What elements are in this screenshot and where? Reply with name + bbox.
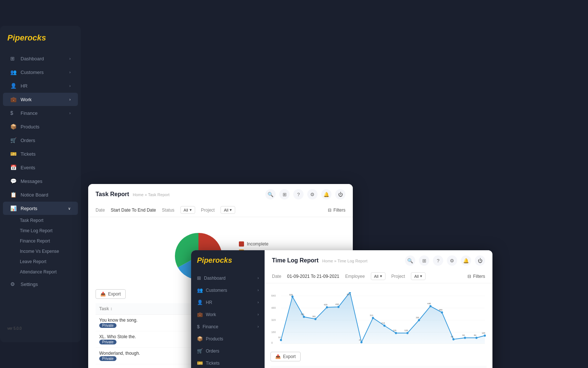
sidebar-item-orders[interactable]: 🛒 Orders: [3, 134, 78, 147]
tl-export-icon: 📤: [275, 354, 281, 359]
tl-nav-finance[interactable]: $ Finance ›: [191, 321, 265, 333]
svg-text:438: 438: [335, 303, 338, 305]
subnav-leave-report[interactable]: Leave Report: [17, 256, 81, 267]
events-icon: 📅: [10, 164, 17, 170]
chevron-right-icon: ›: [69, 57, 71, 61]
date-filter-value: Start Date To End Date: [111, 208, 156, 213]
tl-chevron-right-icon: ›: [258, 312, 259, 316]
settings-icon: ⚙: [10, 281, 17, 287]
sidebar-item-work[interactable]: 💼 Work ›: [3, 93, 78, 106]
tl-work-icon: 💼: [197, 312, 203, 317]
tl-col-earnings: Earnings ↕: [460, 366, 487, 368]
sidebar-logo: Piperocks: [0, 33, 81, 52]
sidebar-item-label: Dashboard: [21, 56, 69, 61]
svg-text:301: 301: [312, 315, 316, 318]
help-icon[interactable]: ?: [293, 189, 304, 199]
sidebar-item-hr[interactable]: 👤 HR ›: [3, 79, 78, 92]
tl-nav-hr[interactable]: 👤 HR ›: [191, 296, 265, 308]
task-report-filter-row: Date Start Date To End Date Status All ▾…: [96, 203, 345, 217]
sidebar-item-customers[interactable]: 👥 Customers ›: [3, 66, 78, 79]
subnav-income-vs-expense[interactable]: Income Vs Expense: [17, 246, 81, 256]
tl-nav-customers[interactable]: 👥 Customers ›: [191, 284, 265, 296]
sidebar-item-noticeboard[interactable]: 📋 Notice Board: [3, 188, 78, 201]
tl-tickets-icon: 🎫: [197, 360, 203, 366]
tl-grid-icon[interactable]: ⊞: [419, 255, 429, 266]
tl-hr-icon: 👤: [197, 300, 203, 305]
tl-chevron-right-icon: ›: [258, 300, 259, 304]
dashboard-icon: ⊞: [10, 56, 17, 61]
svg-point-29: [484, 335, 486, 337]
gear-icon[interactable]: ⚙: [307, 189, 318, 199]
timelog-logo: Piperocks: [191, 256, 265, 272]
svg-point-11: [280, 339, 282, 341]
subnav-timelog-report[interactable]: Time Log Report: [17, 226, 81, 236]
svg-text:21: 21: [359, 339, 361, 341]
tl-nav-tickets[interactable]: 🎫 Tickets: [191, 357, 265, 368]
tl-nav-dashboard[interactable]: ⊞ Dashboard ›: [191, 272, 265, 284]
svg-text:120: 120: [482, 332, 485, 334]
timelog-table: Task ↕ Employee ↕ Start Time ↕ End Time …: [270, 366, 487, 368]
subnav-attendance-report[interactable]: Attendance Report: [17, 267, 81, 277]
chevron-down-icon: ▾: [380, 274, 382, 279]
tl-power-icon[interactable]: ⏻: [475, 255, 485, 266]
chevron-right-icon: ›: [69, 98, 71, 102]
tl-nav-products[interactable]: 📦 Products: [191, 333, 265, 345]
svg-point-27: [464, 337, 466, 339]
sidebar-item-settings[interactable]: ⚙ Settings: [3, 277, 78, 291]
project-dropdown[interactable]: All ▾: [220, 206, 235, 214]
tl-col-employee: Employee ↕: [311, 366, 355, 368]
reports-submenu: Task Report Time Log Report Finance Repo…: [0, 215, 81, 277]
svg-text:0: 0: [271, 341, 273, 344]
grid-icon[interactable]: ⊞: [279, 189, 290, 199]
tl-employee-dropdown[interactable]: All ▾: [371, 272, 386, 280]
legend-incomplete-label: Incomplete: [247, 241, 269, 247]
svg-text:64: 64: [451, 336, 453, 338]
svg-text:480: 480: [271, 306, 276, 309]
tl-gear-icon[interactable]: ⚙: [447, 255, 457, 266]
svg-point-15: [326, 306, 328, 308]
sidebar-item-events[interactable]: 📅 Events: [3, 161, 78, 174]
svg-point-16: [337, 306, 340, 308]
sidebar-item-messages[interactable]: 💬 Messages: [3, 174, 78, 188]
tl-project-dropdown[interactable]: All ▾: [411, 272, 426, 280]
timelog-toolbar: 🔍 ⊞ ? ⚙ 🔔 ⏻: [405, 255, 485, 266]
svg-text:57: 57: [279, 336, 281, 339]
subnav-finance-report[interactable]: Finance Report: [17, 236, 81, 246]
svg-text:311: 311: [370, 314, 373, 316]
export-icon: 📤: [100, 291, 106, 297]
svg-point-20: [383, 325, 386, 327]
orders-icon: 🛒: [10, 137, 17, 143]
tl-nav-orders[interactable]: 🛒 Orders: [191, 345, 265, 357]
tl-filters-button[interactable]: ⊟ Filters: [467, 274, 485, 279]
chevron-down-icon: ▾: [420, 274, 422, 279]
tl-search-icon[interactable]: 🔍: [405, 255, 415, 266]
sidebar-item-dashboard[interactable]: ⊞ Dashboard ›: [3, 52, 78, 65]
tl-nav-work[interactable]: 💼 Work ›: [191, 308, 265, 321]
task-report-header: Task Report Home » Task Report 🔍 ⊞ ? ⚙ 🔔…: [88, 184, 353, 217]
subnav-task-report[interactable]: Task Report: [17, 215, 81, 226]
tl-bell-icon[interactable]: 🔔: [461, 255, 471, 266]
tl-col-hours: Total Hours ↕: [432, 366, 460, 368]
power-icon[interactable]: ⏻: [335, 189, 345, 199]
search-icon[interactable]: 🔍: [265, 189, 276, 199]
sidebar-item-tickets[interactable]: 🎫 Tickets: [3, 147, 78, 160]
status-dropdown[interactable]: All ▾: [180, 206, 195, 214]
svg-text:320: 320: [271, 318, 276, 322]
chevron-down-icon: ∨: [68, 206, 71, 210]
export-button[interactable]: 📤 Export: [96, 289, 126, 299]
tl-project-label: Project: [391, 274, 405, 279]
tl-help-icon[interactable]: ?: [433, 255, 443, 266]
sidebar-item-finance[interactable]: $ Finance ›: [3, 106, 78, 120]
sidebar-item-products[interactable]: 📦 Products: [3, 120, 78, 133]
svg-point-26: [452, 338, 455, 340]
tl-date-value: 01-09-2021 To 21-09-2021: [287, 274, 339, 279]
products-icon: 📦: [10, 124, 17, 130]
filters-button[interactable]: ⊟ Filters: [328, 208, 345, 213]
sidebar-item-reports[interactable]: 📊 Reports ∨: [3, 202, 78, 215]
timelog-window: Piperocks ⊞ Dashboard › 👥 Customers › 👤 …: [191, 250, 492, 368]
bell-icon[interactable]: 🔔: [321, 189, 331, 199]
tl-export-button[interactable]: 📤 Export: [270, 352, 301, 361]
tl-dashboard-icon: ⊞: [197, 275, 201, 281]
badge: Private: [99, 323, 116, 328]
hr-icon: 👤: [10, 83, 17, 89]
